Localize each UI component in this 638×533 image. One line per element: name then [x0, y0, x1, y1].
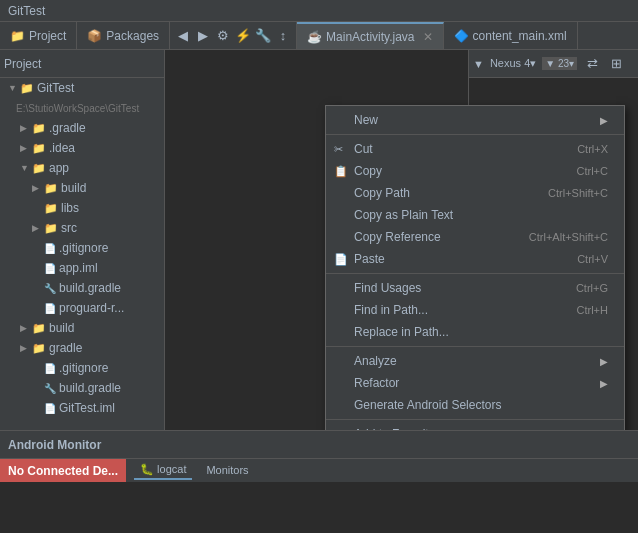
menu-item-cut[interactable]: ✂ Cut Ctrl+X	[326, 138, 624, 160]
package-icon: 📦	[87, 29, 102, 43]
monitor-tab-logcat[interactable]: 🐛 logcat	[134, 461, 192, 480]
nexus-label: Nexus 4▾	[490, 57, 536, 70]
editor-area: New ▶ ✂ Cut Ctrl+X 📋 Copy Ctrl+C Copy Pa…	[165, 50, 638, 430]
menu-item-copy[interactable]: 📋 Copy Ctrl+C	[326, 160, 624, 182]
tree-app[interactable]: ▼ 📁 app	[0, 158, 164, 178]
tree-gitignore-app[interactable]: 📄 .gitignore	[0, 238, 164, 258]
tree-libs-label: libs	[61, 201, 79, 215]
tree-proguard[interactable]: 📄 proguard-r...	[0, 298, 164, 318]
menu-section-new: New ▶	[326, 106, 624, 135]
menu-item-gen-android[interactable]: Generate Android Selectors	[326, 394, 624, 416]
tree-build-root-label: build	[49, 321, 74, 335]
cut-icon: ✂	[334, 143, 343, 156]
editor-tab-content-label: content_main.xml	[473, 29, 567, 43]
menu-copy-plain-label: Copy as Plain Text	[354, 208, 608, 222]
tree-proguard-label: proguard-r...	[59, 301, 124, 315]
tree-gittest-iml-label: GitTest.iml	[59, 401, 115, 415]
menu-paste-shortcut: Ctrl+V	[577, 253, 608, 265]
android-monitor-title: Android Monitor	[8, 438, 101, 452]
tree-gradle[interactable]: ▶ 📁 .gradle	[0, 118, 164, 138]
tree-path: E:\StutioWorkSpace\GitTest	[0, 98, 164, 118]
tree-arrow-idea: ▶	[20, 143, 32, 153]
submenu-arrow-refactor: ▶	[600, 378, 608, 389]
menu-section-find: Find Usages Ctrl+G Find in Path... Ctrl+…	[326, 274, 624, 347]
file-icon-gitignore-app: 📄	[44, 243, 56, 254]
tree-root[interactable]: ▼ 📁 GitTest	[0, 78, 164, 98]
toolbar-btn-2[interactable]: ▶	[194, 27, 212, 45]
monitor-tab-monitors[interactable]: Monitors	[200, 462, 254, 480]
menu-copy-ref-shortcut: Ctrl+Alt+Shift+C	[529, 231, 608, 243]
tree-gradle-root[interactable]: ▶ 📁 gradle	[0, 338, 164, 358]
menu-item-paste[interactable]: 📄 Paste Ctrl+V	[326, 248, 624, 270]
device-toolbar: ▼ Nexus 4▾ ▼ 23▾ ⇄ ⊞	[469, 50, 638, 78]
toolbar-btn-3[interactable]: ⚙	[214, 27, 232, 45]
zoom-btn[interactable]: ⊞	[607, 55, 625, 73]
tree-src-label: src	[61, 221, 77, 235]
folder-icon-libs: 📁	[44, 202, 58, 215]
menu-copy-label: Copy	[354, 164, 557, 178]
menu-item-copy-plain[interactable]: Copy as Plain Text	[326, 204, 624, 226]
menu-item-copy-ref[interactable]: Copy Reference Ctrl+Alt+Shift+C	[326, 226, 624, 248]
menu-copy-path-shortcut: Ctrl+Shift+C	[548, 187, 608, 199]
tab-project[interactable]: 📁 Project	[0, 22, 77, 49]
tree-gitignore-app-label: .gitignore	[59, 241, 108, 255]
rotate-btn[interactable]: ⇄	[583, 55, 601, 73]
tree-arrow-build-app: ▶	[32, 183, 44, 193]
menu-item-replace-path[interactable]: Replace in Path...	[326, 321, 624, 343]
monitor-bottom-bar: No Connected De... 🐛 logcat Monitors	[0, 458, 638, 482]
tab-packages-label: Packages	[106, 29, 159, 43]
tree-arrow-app: ▼	[20, 163, 32, 173]
gradle-icon-root: 🔧	[44, 383, 56, 394]
menu-item-refactor[interactable]: Refactor ▶	[326, 372, 624, 394]
tree-gitignore-root-label: .gitignore	[59, 361, 108, 375]
file-icon-proguard: 📄	[44, 303, 56, 314]
context-menu: New ▶ ✂ Cut Ctrl+X 📋 Copy Ctrl+C Copy Pa…	[325, 105, 625, 430]
menu-find-usages-shortcut: Ctrl+G	[576, 282, 608, 294]
toolbar-btn-5[interactable]: 🔧	[254, 27, 272, 45]
toolbar-btn-4[interactable]: ⚡	[234, 27, 252, 45]
menu-item-find-usages[interactable]: Find Usages Ctrl+G	[326, 277, 624, 299]
editor-tab-main-activity[interactable]: ☕ MainActivity.java ✕	[297, 22, 443, 49]
menu-copy-ref-label: Copy Reference	[354, 230, 509, 244]
project-tree: ▼ 📁 GitTest E:\StutioWorkSpace\GitTest ▶…	[0, 78, 164, 430]
file-icon-gittest-iml: 📄	[44, 403, 56, 414]
tree-root-label: GitTest	[37, 81, 74, 95]
menu-item-new[interactable]: New ▶	[326, 109, 624, 131]
tree-app-iml[interactable]: 📄 app.iml	[0, 258, 164, 278]
monitor-tabs-row: 🐛 logcat Monitors	[126, 459, 263, 482]
tree-gitignore-root[interactable]: 📄 .gitignore	[0, 358, 164, 378]
title-bar: GitTest	[0, 0, 638, 22]
menu-find-path-shortcut: Ctrl+H	[577, 304, 608, 316]
tree-build-root[interactable]: ▶ 📁 build	[0, 318, 164, 338]
menu-paste-label: Paste	[354, 252, 557, 266]
tree-gittest-iml[interactable]: 📄 GitTest.iml	[0, 398, 164, 418]
submenu-arrow-analyze: ▶	[600, 356, 608, 367]
tree-arrow-root: ▼	[8, 83, 20, 93]
tree-idea-label: .idea	[49, 141, 75, 155]
menu-cut-shortcut: Ctrl+X	[577, 143, 608, 155]
menu-item-find-path[interactable]: Find in Path... Ctrl+H	[326, 299, 624, 321]
no-device-badge: No Connected De...	[0, 459, 126, 482]
tree-build-gradle[interactable]: 🔧 build.gradle	[0, 278, 164, 298]
menu-item-add-favorites[interactable]: Add to Favorites	[326, 423, 624, 430]
menu-item-analyze[interactable]: Analyze ▶	[326, 350, 624, 372]
menu-item-copy-path[interactable]: Copy Path Ctrl+Shift+C	[326, 182, 624, 204]
tree-build-app[interactable]: ▶ 📁 build	[0, 178, 164, 198]
toolbar-btn-6[interactable]: ↕	[274, 27, 292, 45]
logcat-label: logcat	[157, 463, 186, 475]
editor-tab-content-main[interactable]: 🔷 content_main.xml	[444, 22, 578, 49]
menu-find-usages-label: Find Usages	[354, 281, 556, 295]
tab-project-label: Project	[29, 29, 66, 43]
api-badge: ▼ 23▾	[542, 57, 577, 70]
project-label: Project	[4, 57, 41, 71]
tree-src[interactable]: ▶ 📁 src	[0, 218, 164, 238]
tab-packages[interactable]: 📦 Packages	[77, 22, 170, 49]
close-tab-icon[interactable]: ✕	[423, 30, 433, 44]
toolbar-btn-1[interactable]: ◀	[174, 27, 192, 45]
main-area: Project ▼ 📁 GitTest E:\StutioWorkSpace\G…	[0, 50, 638, 430]
monitors-label: Monitors	[206, 464, 248, 476]
tree-build-gradle-root[interactable]: 🔧 build.gradle	[0, 378, 164, 398]
tree-libs[interactable]: 📁 libs	[0, 198, 164, 218]
tree-arrow-build-root: ▶	[20, 323, 32, 333]
tree-idea[interactable]: ▶ 📁 .idea	[0, 138, 164, 158]
